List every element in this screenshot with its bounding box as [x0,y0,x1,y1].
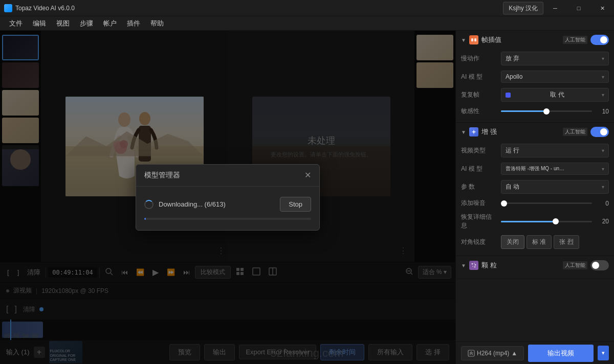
recover-detail-slider-container [501,221,592,222]
export-video-btn[interactable]: 输出视频 [528,345,594,362]
format-label: H264 (mp4) [477,350,509,357]
sensitivity-slider-container [501,110,592,112]
menu-item-help[interactable]: 帮助 [145,17,169,30]
minimize-button[interactable]: ─ [543,0,567,16]
grain-icon [469,261,478,270]
slow-motion-label: 慢动作 [461,54,497,63]
menu-item-edit[interactable]: 编辑 [28,17,51,30]
enhance-title: 增 强 [481,127,560,136]
ai-model-row-fi: AI 模 型 Apollo ▾ [456,68,614,85]
recover-detail-thumb[interactable] [553,218,559,224]
modal-body: Downloading... (6/613) Stop [136,187,319,230]
progress-bar-fill [144,218,146,220]
titlebar: Topaz Video AI v6.0.0 Ksjhy 汉化 ─ □ ✕ [0,0,614,16]
export-dropdown-btn[interactable]: ▾ [598,346,609,360]
enhance-toggle[interactable] [590,127,609,137]
modal-title: 模型管理器 [144,171,180,180]
format-arrow: ▲ [511,350,517,357]
progress-bar-container [144,218,311,220]
grain-ai-badge: 人工智能 [563,261,587,269]
add-noise-slider[interactable] [501,202,592,204]
sharpen-btn-group: 关闭 标 准 张 烈 [501,235,579,249]
frame-interp-icon [469,35,478,44]
sensitivity-value: 10 [596,108,609,115]
download-text: Downloading... (6/613) [159,200,275,208]
enhance-icon [469,127,478,136]
duplicate-frame-label: 复复帧 [461,90,497,99]
frame-interp-section: ▼ 帧插值 人工智能 慢动作 放 弃 ▾ AI 模 型 Apollo [456,31,614,123]
ai-model-row-enhance: AI 模 型 普洛特斯 -增强 MQ - undefined ▾ [456,160,614,177]
right-panel-spacer [456,279,614,342]
enhance-collapse[interactable]: ▼ [461,129,466,135]
sharpen-std-btn[interactable]: 标 准 [527,235,552,249]
video-type-label: 视频类型 [461,146,497,155]
frame-interp-header: ▼ 帧插值 人工智能 [456,31,614,49]
params-label: 参 数 [461,183,497,191]
ai-model-label-fi: AI 模 型 [461,73,497,81]
close-button[interactable]: ✕ [590,0,614,16]
enhance-ai-badge: 人工智能 [563,128,587,136]
sensitivity-slider-fill [501,110,546,112]
modal-close-btn[interactable]: ✕ [304,171,311,179]
menubar: 文件 编辑 视图 步骤 帐户 插件 帮助 [0,16,614,31]
sharpen-off-btn[interactable]: 关闭 [501,235,524,249]
duplicate-frame-select[interactable]: 取 代 ▾ [501,88,609,102]
enhance-header: ▼ 增 强 人工智能 [456,123,614,141]
download-spinner [144,200,154,209]
duplicate-frame-color [506,93,511,98]
slow-motion-arrow: ▾ [602,56,604,61]
video-type-row: 视频类型 运 行 ▾ [456,141,614,160]
slow-motion-select[interactable]: 放 弃 ▾ [501,52,609,65]
stop-btn[interactable]: Stop [280,197,311,212]
recover-detail-label: 恢复详细信息 [461,213,497,230]
right-panel: ▼ 帧插值 人工智能 慢动作 放 弃 ▾ AI 模 型 Apollo [455,31,614,364]
app-title: Topaz Video AI v6.0.0 [15,5,75,12]
add-noise-row: 添加噪音 0 [456,196,614,210]
duplicate-frame-row: 复复帧 取 代 ▾ [456,85,614,104]
svg-point-24 [474,266,475,268]
export-bar: H264 (mp4) ▲ 输出视频 ▾ [456,342,614,364]
sensitivity-row: 敏感性 10 [456,104,614,118]
slow-motion-row: 慢动作 放 弃 ▾ [456,49,614,68]
svg-point-23 [472,266,473,267]
frame-interp-title: 帧插值 [481,35,560,44]
sensitivity-slider[interactable] [501,110,592,112]
grain-section: ▼ 颗 粒 人工智能 [456,256,614,279]
menu-item-plugins[interactable]: 插件 [122,17,145,30]
svg-point-22 [474,264,476,266]
params-select[interactable]: 自 动 ▾ [501,180,609,194]
add-noise-value: 0 [596,200,609,207]
format-select-btn[interactable]: H264 (mp4) ▲ [461,346,524,360]
recover-detail-slider[interactable] [501,221,592,222]
sensitivity-slider-thumb[interactable] [543,108,550,115]
app-icon [4,4,12,12]
ai-model-select-fi[interactable]: Apollo ▾ [501,71,609,83]
grain-header: ▼ 颗 粒 人工智能 [456,256,614,275]
user-button[interactable]: Ksjhy 汉化 [503,2,543,14]
frame-interp-collapse[interactable]: ▼ [461,37,466,43]
ai-model-label-enhance: AI 模 型 [461,165,497,173]
grain-toggle[interactable] [590,260,609,270]
grain-collapse[interactable]: ▼ [461,263,466,268]
menu-item-file[interactable]: 文件 [4,17,28,30]
maximize-button[interactable]: □ [567,0,590,16]
frame-interp-toggle[interactable] [590,35,609,45]
model-manager-modal: 模型管理器 ✕ Downloading... (6/613) Stop [136,164,320,231]
modal-overlay: 模型管理器 ✕ Downloading... (6/613) Stop [0,31,455,364]
sharpen-label: 对角锐度 [461,238,497,246]
params-row: 参 数 自 动 ▾ [456,177,614,196]
frame-interp-ai-badge: 人工智能 [563,36,587,44]
menu-item-steps[interactable]: 步骤 [75,17,98,30]
sharpen-sharp-btn[interactable]: 张 烈 [554,235,579,249]
sensitivity-label: 敏感性 [461,107,497,116]
recover-detail-row: 恢复详细信息 20 [456,210,614,233]
ai-model-select-enhance[interactable]: 普洛特斯 -增强 MQ - undefined ▾ [501,163,609,175]
menu-item-account[interactable]: 帐户 [98,17,122,30]
menu-item-view[interactable]: 视图 [51,17,75,30]
svg-rect-19 [474,38,476,41]
video-type-select[interactable]: 运 行 ▾ [501,144,609,157]
add-noise-label: 添加噪音 [461,199,497,208]
add-noise-thumb[interactable] [501,200,507,207]
add-noise-slider-container [501,202,592,204]
recover-detail-fill [501,221,556,222]
